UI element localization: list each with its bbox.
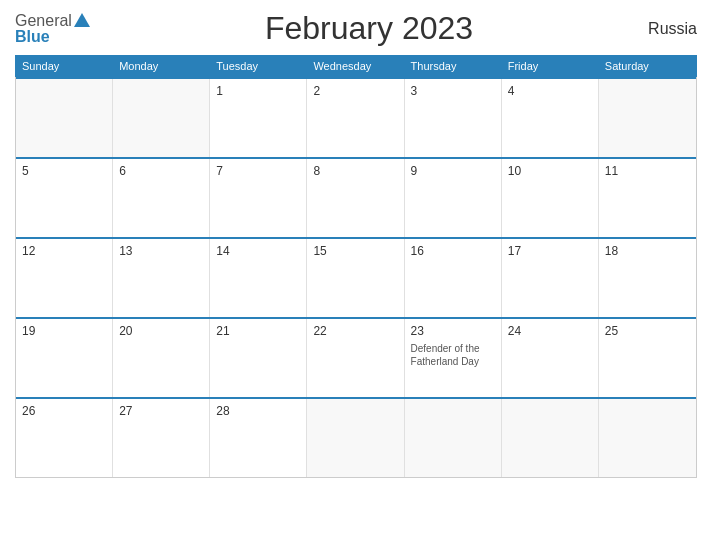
calendar-title: February 2023: [265, 10, 473, 47]
day-cell: 22: [307, 319, 404, 397]
day-cell: 25: [599, 319, 696, 397]
day-number: 12: [22, 244, 106, 258]
day-number: 28: [216, 404, 300, 418]
day-number: 26: [22, 404, 106, 418]
day-number: 7: [216, 164, 300, 178]
day-cell: 21: [210, 319, 307, 397]
day-cell: 7: [210, 159, 307, 237]
day-number: 14: [216, 244, 300, 258]
logo-triangle-icon: [74, 13, 90, 27]
week-row-3: 12131415161718: [16, 237, 696, 317]
day-number: 25: [605, 324, 690, 338]
day-number: 9: [411, 164, 495, 178]
header: General Blue February 2023 Russia: [15, 10, 697, 47]
logo-general-text: General: [15, 13, 72, 29]
week-row-4: 1920212223Defender of the Fatherland Day…: [16, 317, 696, 397]
day-header-tuesday: Tuesday: [210, 56, 307, 76]
day-number: 13: [119, 244, 203, 258]
day-number: 2: [313, 84, 397, 98]
calendar-grid: 1234567891011121314151617181920212223Def…: [15, 77, 697, 478]
day-cell: 15: [307, 239, 404, 317]
day-header-friday: Friday: [502, 56, 599, 76]
week-row-1: 1234: [16, 77, 696, 157]
day-number: 27: [119, 404, 203, 418]
calendar-container: General Blue February 2023 Russia Sunday…: [0, 0, 712, 550]
day-cell: 6: [113, 159, 210, 237]
day-cell: [113, 79, 210, 157]
country-label: Russia: [648, 20, 697, 38]
week-row-2: 567891011: [16, 157, 696, 237]
day-cell: 8: [307, 159, 404, 237]
day-cell: [502, 399, 599, 477]
day-number: 22: [313, 324, 397, 338]
day-cell: 28: [210, 399, 307, 477]
day-cell: 10: [502, 159, 599, 237]
day-cell: [599, 79, 696, 157]
day-cell: [405, 399, 502, 477]
day-header-thursday: Thursday: [405, 56, 502, 76]
day-header-sunday: Sunday: [16, 56, 113, 76]
day-cell: 4: [502, 79, 599, 157]
day-number: 18: [605, 244, 690, 258]
day-cell: [307, 399, 404, 477]
day-cell: 12: [16, 239, 113, 317]
day-cell: 14: [210, 239, 307, 317]
day-number: 8: [313, 164, 397, 178]
day-number: 6: [119, 164, 203, 178]
day-cell: 20: [113, 319, 210, 397]
day-number: 19: [22, 324, 106, 338]
day-cell: 13: [113, 239, 210, 317]
day-cell: 26: [16, 399, 113, 477]
day-cell: 18: [599, 239, 696, 317]
day-cell: [599, 399, 696, 477]
day-number: 3: [411, 84, 495, 98]
day-number: 5: [22, 164, 106, 178]
day-cell: 17: [502, 239, 599, 317]
days-header: SundayMondayTuesdayWednesdayThursdayFrid…: [15, 55, 697, 77]
logo: General Blue: [15, 13, 90, 45]
day-cell: 5: [16, 159, 113, 237]
logo-blue-text: Blue: [15, 29, 50, 45]
day-header-monday: Monday: [113, 56, 210, 76]
day-cell: 2: [307, 79, 404, 157]
day-header-saturday: Saturday: [599, 56, 696, 76]
week-row-5: 262728: [16, 397, 696, 478]
day-number: 11: [605, 164, 690, 178]
day-cell: 27: [113, 399, 210, 477]
day-number: 24: [508, 324, 592, 338]
day-number: 23: [411, 324, 495, 338]
day-cell: 9: [405, 159, 502, 237]
day-number: 16: [411, 244, 495, 258]
day-header-wednesday: Wednesday: [307, 56, 404, 76]
day-cell: 11: [599, 159, 696, 237]
day-number: 10: [508, 164, 592, 178]
day-cell: 24: [502, 319, 599, 397]
day-cell: [16, 79, 113, 157]
day-cell: 3: [405, 79, 502, 157]
day-cell: 1: [210, 79, 307, 157]
day-number: 20: [119, 324, 203, 338]
holiday-text: Defender of the Fatherland Day: [411, 342, 495, 368]
day-number: 1: [216, 84, 300, 98]
day-cell: 19: [16, 319, 113, 397]
day-cell: 23Defender of the Fatherland Day: [405, 319, 502, 397]
day-cell: 16: [405, 239, 502, 317]
day-number: 17: [508, 244, 592, 258]
day-number: 15: [313, 244, 397, 258]
day-number: 4: [508, 84, 592, 98]
day-number: 21: [216, 324, 300, 338]
